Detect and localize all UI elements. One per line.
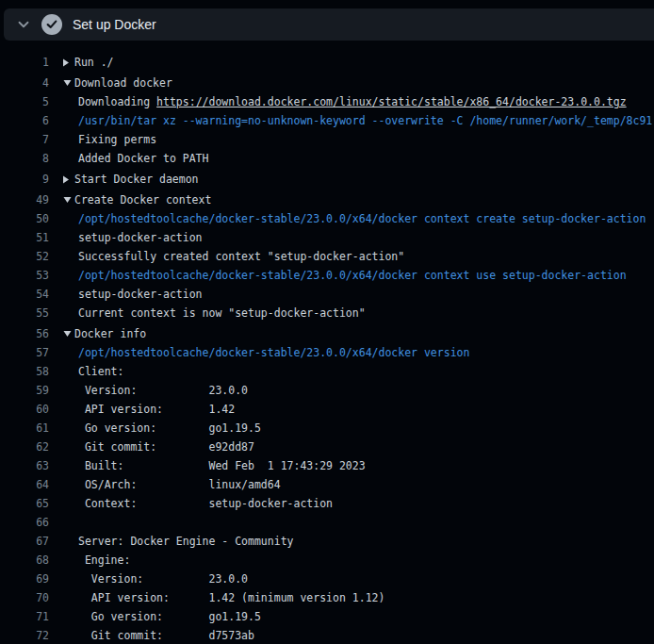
- log-line: 58Client:: [0, 362, 654, 381]
- line-number[interactable]: 67: [0, 532, 49, 551]
- line-number[interactable]: 53: [0, 266, 49, 285]
- log-line: 62 Git commit: e92dd87: [0, 438, 654, 456]
- log-group-row[interactable]: 1Run ./: [0, 53, 654, 72]
- log-group-row[interactable]: 9Start Docker daemon: [0, 170, 654, 189]
- log-command-text: /opt/hostedtoolcache/docker-stable/23.0.…: [78, 212, 646, 225]
- log-line: 57/opt/hostedtoolcache/docker-stable/23.…: [0, 343, 654, 362]
- line-number[interactable]: 70: [0, 588, 49, 607]
- group-title: Run ./: [74, 53, 114, 72]
- chevron-down-icon[interactable]: [16, 17, 31, 32]
- line-number[interactable]: 61: [0, 419, 49, 438]
- line-number[interactable]: 8: [0, 149, 49, 168]
- line-number[interactable]: 9: [0, 170, 49, 189]
- line-number[interactable]: 62: [0, 438, 49, 456]
- log-line: 51setup-docker-action: [0, 228, 654, 247]
- line-number[interactable]: 49: [0, 190, 49, 209]
- log-text: setup-docker-action: [78, 231, 203, 244]
- log-text: API version: 1.42: [78, 403, 235, 416]
- log-text: Context: setup-docker-action: [78, 497, 333, 510]
- log-text: Downloading: [78, 95, 156, 108]
- line-number[interactable]: 64: [0, 475, 49, 494]
- log-text: Fixing perms: [78, 133, 156, 146]
- line-number[interactable]: 72: [0, 626, 49, 644]
- line-number[interactable]: 51: [0, 228, 49, 247]
- log-command-text: /opt/hostedtoolcache/docker-stable/23.0.…: [78, 269, 627, 282]
- log-text: API version: 1.42 (minimum version 1.12): [78, 591, 384, 604]
- log-text: Git commit: e92dd87: [78, 440, 254, 454]
- log-line: 8Added Docker to PATH: [0, 149, 654, 168]
- line-number[interactable]: 55: [0, 304, 49, 322]
- log-line: 50/opt/hostedtoolcache/docker-stable/23.…: [0, 209, 654, 228]
- line-number[interactable]: 6: [0, 111, 49, 130]
- line-number[interactable]: 52: [0, 247, 49, 266]
- group-title: Docker info: [74, 324, 146, 343]
- log-line: 53/opt/hostedtoolcache/docker-stable/23.…: [0, 266, 654, 285]
- step-header[interactable]: Set up Docker: [4, 8, 654, 41]
- triangle-down-icon[interactable]: [63, 80, 74, 86]
- log-line: 63 Built: Wed Feb 1 17:43:29 2023: [0, 456, 654, 475]
- log-line: 71 Go version: go1.19.5: [0, 607, 654, 626]
- line-number[interactable]: 58: [0, 362, 49, 381]
- line-number[interactable]: 7: [0, 130, 49, 149]
- log-text: Version: 23.0.0: [78, 384, 248, 397]
- log-line: 72 Git commit: d7573ab: [0, 626, 654, 644]
- line-number[interactable]: 1: [0, 53, 49, 72]
- log-text: Current context is now "setup-docker-act…: [78, 306, 366, 320]
- log-line: 64 OS/Arch: linux/amd64: [0, 475, 654, 494]
- line-number[interactable]: 50: [0, 209, 49, 228]
- log-text: Successfully created context "setup-dock…: [78, 250, 404, 263]
- group-title: Start Docker daemon: [74, 170, 199, 189]
- log-line: 65 Context: setup-docker-action: [0, 494, 654, 513]
- log-text: Git commit: d7573ab: [78, 629, 254, 642]
- log-line: 6/usr/bin/tar xz --warning=no-unknown-ke…: [0, 111, 654, 130]
- line-number[interactable]: 65: [0, 494, 49, 513]
- line-number[interactable]: 56: [0, 324, 49, 343]
- log-link[interactable]: https://download.docker.com/linux/static…: [156, 95, 627, 108]
- triangle-down-icon[interactable]: [63, 197, 74, 203]
- triangle-right-icon[interactable]: [63, 58, 74, 67]
- log-text: Built: Wed Feb 1 17:43:29 2023: [78, 459, 366, 472]
- log-line: 67Server: Docker Engine - Community: [0, 532, 654, 551]
- log-group-row[interactable]: 49Create Docker context: [0, 190, 654, 209]
- log-text: OS/Arch: linux/amd64: [78, 478, 281, 491]
- step-title: Set up Docker: [73, 17, 156, 32]
- log-command-text: /usr/bin/tar xz --warning=no-unknown-key…: [78, 114, 652, 127]
- line-number[interactable]: 71: [0, 607, 49, 626]
- triangle-down-icon[interactable]: [63, 331, 74, 337]
- log-line: 60 API version: 1.42: [0, 400, 654, 419]
- log-text: Added Docker to PATH: [78, 152, 208, 165]
- line-number[interactable]: 66: [0, 513, 49, 532]
- triangle-right-icon[interactable]: [63, 175, 74, 184]
- group-title: Download docker: [74, 74, 172, 92]
- log-group-row[interactable]: 4Download docker: [0, 74, 654, 92]
- log-line: 52Successfully created context "setup-do…: [0, 247, 654, 266]
- line-number[interactable]: 57: [0, 343, 49, 362]
- group-title: Create Docker context: [74, 190, 211, 209]
- line-number[interactable]: 60: [0, 400, 49, 419]
- log-line: 70 API version: 1.42 (minimum version 1.…: [0, 588, 654, 607]
- log-line: 59 Version: 23.0.0: [0, 381, 654, 400]
- line-number[interactable]: 54: [0, 285, 49, 304]
- log-line: 68 Engine:: [0, 551, 654, 570]
- log-line: 66: [0, 513, 654, 532]
- log-line: 5Downloading https://download.docker.com…: [0, 92, 654, 111]
- log-text: Go version: go1.19.5: [78, 610, 261, 623]
- log-area: 1Run ./4Download docker5Downloading http…: [0, 41, 654, 644]
- line-number[interactable]: 4: [0, 74, 49, 92]
- line-number[interactable]: 63: [0, 456, 49, 475]
- log-line: 69 Version: 23.0.0: [0, 570, 654, 588]
- log-command-text: /opt/hostedtoolcache/docker-stable/23.0.…: [78, 346, 469, 359]
- log-text: Version: 23.0.0: [78, 572, 248, 586]
- line-number[interactable]: 5: [0, 92, 49, 111]
- log-line: 7Fixing perms: [0, 130, 654, 149]
- log-text: Engine:: [78, 553, 130, 567]
- log-text: Server: Docker Engine - Community: [78, 535, 293, 548]
- log-line: 54setup-docker-action: [0, 285, 654, 304]
- log-group-row[interactable]: 56Docker info: [0, 324, 654, 343]
- line-number[interactable]: 59: [0, 381, 49, 400]
- line-number[interactable]: 69: [0, 570, 49, 588]
- log-line: 61 Go version: go1.19.5: [0, 419, 654, 438]
- log-text: setup-docker-action: [78, 288, 203, 301]
- log-text: Go version: go1.19.5: [78, 421, 261, 435]
- line-number[interactable]: 68: [0, 551, 49, 570]
